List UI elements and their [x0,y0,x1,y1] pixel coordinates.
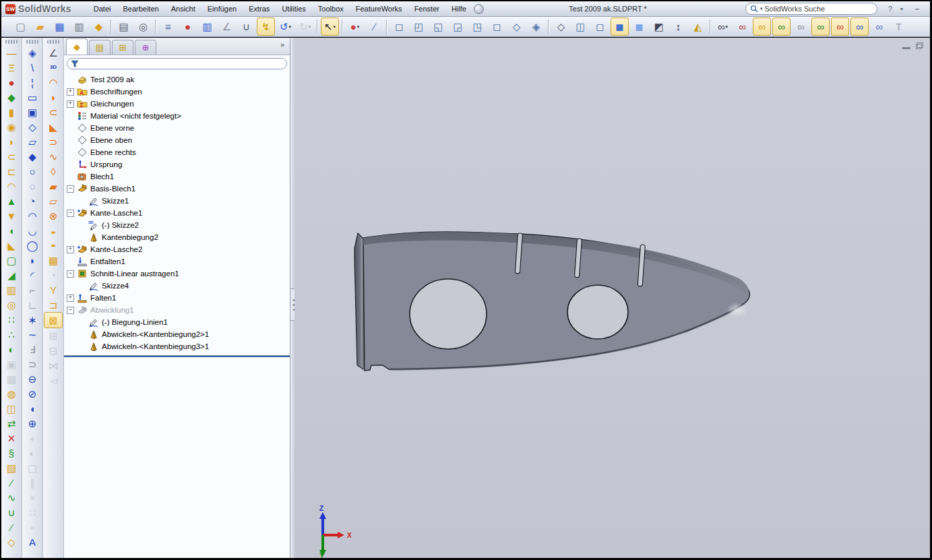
filled-surface-button[interactable]: ▨ [3,460,20,475]
tree-item-skizze4[interactable]: Skizze4 [64,280,290,292]
view-planes-button[interactable]: ∞ [753,18,771,36]
menu-einf-gen[interactable]: Einfügen [201,3,243,15]
circular-pattern-button[interactable]: ∴ [3,327,20,342]
no-bends-button[interactable]: ⊟ [44,343,62,358]
menu-hilfe[interactable]: Hilfe [445,3,472,15]
menu-ansicht[interactable]: Ansicht [165,3,201,15]
break-corner-button[interactable]: ◓ [44,238,62,253]
view-top-button[interactable]: ◳ [468,18,487,36]
jog-line-button[interactable]: ⊃ [24,356,41,371]
propertymanager-tab[interactable]: ▤ [89,40,111,55]
ruled-surface-button[interactable]: ∕ [3,475,20,490]
ellipse-button[interactable]: ◯ [24,238,41,253]
circular-sketch-pattern-button[interactable]: ∘ [24,520,41,534]
display-shadows-button[interactable]: ◩ [650,18,668,36]
panel-overflow-chevron[interactable]: » [280,40,284,49]
make-drawing-from-part-button[interactable]: ▥ [70,18,88,36]
chamfer-button[interactable]: ◣ [3,238,20,253]
lofted-bend-button[interactable]: ◔ [44,268,62,282]
tree-item-gleichungen[interactable]: +Gleichungen [64,98,290,110]
rebuild-button[interactable]: ↯ [257,18,275,36]
convert-entities-button[interactable]: ▢ [24,460,41,475]
hide-show-items-dropdown-icon[interactable]: ▾ [726,24,728,30]
revolved-boss-button[interactable]: ◉ [3,119,20,134]
view-back-button[interactable]: ◰ [410,18,428,36]
display-shaded-with-edges-button[interactable]: ◼ [611,18,629,36]
rotated-rectangle-button[interactable]: ◆ [24,149,41,164]
point-button[interactable]: + [24,431,41,445]
mirror-button[interactable]: ◐ [3,342,20,356]
toolbar-grip-handle[interactable] [47,40,59,44]
welded-corner-button[interactable]: ◒ [44,223,62,238]
helix-spiral-button[interactable]: § [3,445,20,460]
collapse-icon[interactable]: − [67,307,74,314]
view-datums-button[interactable]: ∞ [870,18,888,36]
view-annotations-button[interactable]: ∞ [850,18,869,36]
extruded-boss-button[interactable]: ▮ [3,104,20,119]
parallelogram-button[interactable]: ▱ [24,134,41,149]
display-hidden-lines-visible-button[interactable]: ◫ [571,18,590,36]
view-sketches-button[interactable]: ∞ [792,18,810,36]
split-button[interactable]: ◫ [3,401,20,416]
tree-item-abwickeln-kantenbiegung3-1[interactable]: Abwickeln-<Kantenbiegung3>1 [64,340,290,352]
cavity-button[interactable]: ▣ [3,356,20,371]
part-hole-large[interactable] [410,279,487,349]
centerline-button[interactable]: ¦ [24,75,41,90]
rollback-bar[interactable] [64,355,290,357]
menu-fenster[interactable]: Fenster [408,3,445,15]
lofted-boss-button[interactable]: ▲ [3,193,20,208]
move-copy-body-button[interactable]: ⇄ [3,416,20,431]
straight-slot-button[interactable]: ⊖ [24,371,41,386]
tree-item-biegung-linien1[interactable]: (-) Biegung-Linien1 [64,316,290,328]
tree-item-beschriftungen[interactable]: +Beschriftungen [64,86,290,98]
fillet-button[interactable]: ◖ [3,223,20,238]
select-button[interactable]: ↖▾ [321,18,339,36]
rip-button[interactable]: ⋈ [44,358,62,373]
sheet-metal-flat-pattern-part[interactable] [354,232,749,371]
dimxpert-tab[interactable]: ⊕ [135,40,156,55]
tree-item-skizze1[interactable]: Skizze1 [64,195,290,207]
line-button[interactable]: \ [24,60,41,75]
tree-item-material-nicht-festgelegt[interactable]: Material <nicht festgelegt> [64,110,290,122]
menu-utilities[interactable]: Utilities [276,3,311,15]
tree-item-entfalten1[interactable]: Entfalten1 [64,255,290,268]
mirror-entities-button[interactable]: ◐ [24,445,41,460]
menu-toolbox[interactable]: Toolbox [312,3,350,15]
perimeter-circle-button[interactable]: ◌ [24,179,41,193]
hem-button[interactable]: ⊃ [44,134,62,149]
edge-flange-button[interactable]: ⊂ [44,104,62,119]
part-hole-small[interactable] [567,285,628,339]
three-point-arc-button[interactable]: ◡ [24,223,41,238]
spline-star-button[interactable]: ∗ [24,312,41,327]
wrap-button[interactable]: ◗ [3,134,20,149]
sketch-text-button[interactable]: A [24,534,41,549]
configurationmanager-tab[interactable]: ⊞ [112,40,133,55]
tree-item-ebene-oben[interactable]: Ebene oben [64,134,290,146]
tree-item-test-2009-ak[interactable]: Test 2009 ak [64,73,290,86]
undo-button[interactable]: ↺▾ [276,18,294,36]
dome-button[interactable]: ◠ [3,179,20,193]
base-flange-button[interactable]: ◗ [44,90,62,104]
corner-rectangle-button[interactable]: ▭ [24,90,41,104]
view-bottom-button[interactable]: ◻ [488,18,506,36]
corner-relief-button[interactable]: ▱ [44,193,62,208]
delete-body-button[interactable]: ✕ [3,431,20,445]
tree-item-basis-blech1[interactable]: −Basis-Blech1 [64,183,290,195]
closed-corner-button[interactable]: ⊗ [44,208,62,223]
combine-button[interactable]: ▦ [3,371,20,386]
tree-item-kante-lasche1[interactable]: −Kante-Lasche1 [64,207,290,219]
swept-flange-button[interactable]: ◠ [44,75,62,90]
titlebar-dropdown-icon[interactable]: ▾ [898,6,906,12]
titlebar-minimize-icon[interactable]: – [912,5,922,13]
collapse-icon[interactable]: − [67,185,74,193]
swept-cut-button[interactable]: ⊏ [3,164,20,179]
normal-to-button[interactable]: ∪ [237,18,255,36]
flatten-button[interactable]: ⊞ [44,328,62,343]
model-canvas[interactable]: Z X Y [294,38,930,558]
collapse-icon[interactable]: − [67,270,74,278]
swept-boss-button[interactable]: ⊂ [3,149,20,164]
menu-extras[interactable]: Extras [243,3,276,15]
sketch-button[interactable]: ∠ [44,45,62,60]
search-dropdown-icon[interactable]: ▾ [760,6,763,11]
sketch-fillet-button[interactable]: ⌐ [24,282,41,297]
